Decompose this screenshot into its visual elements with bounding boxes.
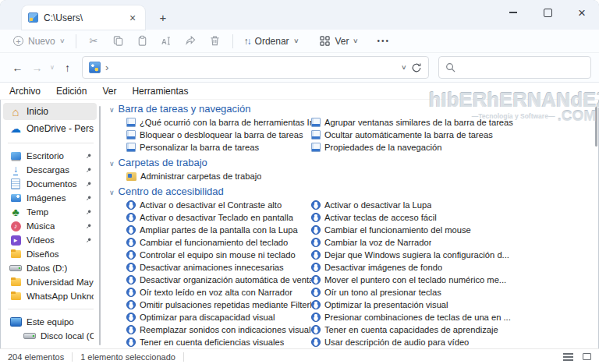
taskbar-window-icon (126, 130, 136, 140)
task-item[interactable]: Personalizar la barra de tareas (126, 141, 311, 154)
sidebar-item[interactable]: Diseños (3, 247, 97, 261)
task-item[interactable]: Mover el puntero con el teclado numérico… (311, 274, 599, 286)
task-item[interactable]: ¿Qué ocurrió con la barra de herramienta… (126, 116, 311, 129)
sidebar-scrollbar[interactable] (99, 106, 101, 345)
sidebar-item[interactable]: Documentos (3, 177, 97, 191)
sidebar-item[interactable]: Datos (D:) (3, 261, 97, 275)
task-item[interactable]: Tener en cuenta deficiencias visuales (126, 336, 311, 348)
pin-icon[interactable] (85, 153, 94, 160)
task-item[interactable]: Optimizar la presentación visual (311, 299, 599, 311)
task-item[interactable]: Ampliar partes de la pantalla con la Lup… (126, 224, 311, 236)
refresh-icon[interactable] (411, 62, 422, 73)
section-header-taskbar[interactable]: Barra de tareas y navegación (109, 101, 599, 115)
address-dropdown-icon[interactable] (401, 64, 407, 71)
sidebar-item[interactable]: OneDrive - Person (3, 120, 97, 137)
menu-bar: Archivo Edición Ver Herramientas (0, 83, 599, 100)
task-item[interactable]: Agrupar ventanas similares de la barra d… (311, 116, 599, 129)
task-item[interactable]: Cambiar la voz de Narrador (311, 236, 599, 249)
back-button[interactable] (8, 58, 27, 77)
task-item-label: Cambiar el funcionamiento del mouse (324, 225, 471, 235)
sidebar-item[interactable]: Este equipo (3, 315, 97, 329)
maximize-button[interactable] (530, 0, 565, 25)
sidebar-item[interactable]: WhatsApp Unkno (3, 289, 97, 303)
sidebar-item[interactable]: Imágenes (3, 191, 97, 205)
pin-icon[interactable] (85, 223, 94, 230)
sidebar-item[interactable]: Disco local (C:) (3, 329, 97, 343)
menu-item[interactable]: Archivo (2, 86, 48, 97)
task-item[interactable]: Oír texto leído en voz alta con Narrador (126, 286, 311, 299)
details-view-icon[interactable] (563, 353, 573, 361)
task-item[interactable]: Ocultar automáticamente la barra de tare… (311, 129, 599, 141)
sort-button[interactable]: Ordenar (239, 34, 304, 49)
task-item[interactable]: Tener en cuenta capacidades de aprendiza… (311, 323, 599, 336)
search-input[interactable] (460, 62, 584, 74)
sidebar-item[interactable]: Universidad Maya (3, 275, 97, 289)
menu-item[interactable]: Herramientas (124, 86, 196, 97)
task-item[interactable]: Reemplazar sonidos con indicaciones visu… (126, 323, 311, 336)
task-item[interactable]: Propiedades de la navegación (311, 141, 599, 154)
copy-button[interactable] (106, 32, 130, 51)
up-button[interactable] (58, 58, 77, 77)
task-item[interactable]: Administrar carpetas de trabajo (126, 170, 311, 182)
task-item[interactable]: Activar o desactivar el Contraste alto (126, 199, 311, 211)
task-item[interactable]: Optimizar para discapacidad visual (126, 311, 311, 323)
paste-button[interactable] (130, 32, 154, 51)
sidebar-item[interactable]: Música (3, 219, 97, 233)
large-thumbnails-view-icon[interactable] (583, 353, 591, 360)
task-item[interactable]: Presionar combinaciones de teclas de una… (311, 311, 599, 323)
sidebar-item[interactable]: Escritorio (3, 149, 97, 163)
rename-button[interactable] (154, 32, 179, 51)
status-bar: 204 elementos 1 elemento seleccionado (0, 348, 599, 364)
task-item[interactable]: Dejar que Windows sugiera la configuraci… (311, 249, 599, 261)
recent-locations-button[interactable] (47, 58, 58, 77)
address-bar[interactable] (82, 56, 429, 79)
task-item[interactable]: Controlar el equipo sin mouse ni teclado (126, 249, 311, 261)
toolbar-divider (232, 34, 233, 48)
pin-icon[interactable] (85, 209, 94, 216)
tab-close-icon[interactable] (126, 12, 139, 24)
task-item[interactable]: Bloquear o desbloquear la barra de tarea… (126, 129, 311, 141)
task-item[interactable]: Activar o desactivar la Lupa (311, 199, 599, 211)
tab-c-users[interactable]: C:\Users\ (22, 5, 145, 30)
sidebar-item[interactable]: Inicio (3, 103, 97, 120)
close-button[interactable] (565, 0, 599, 25)
task-item[interactable]: Activar teclas de acceso fácil (311, 211, 599, 224)
sidebar-item[interactable]: Vídeos (3, 233, 97, 247)
sidebar-item[interactable]: Descargas (3, 163, 97, 177)
new-tab-button[interactable] (156, 10, 170, 24)
forward-button[interactable] (27, 58, 47, 77)
pin-icon[interactable] (85, 181, 94, 188)
share-button[interactable] (179, 32, 203, 51)
accessibility-icon (126, 238, 136, 247)
task-item[interactable]: Desactivar animaciones innecesarias (126, 261, 311, 274)
sidebar-item[interactable]: Temp (3, 205, 97, 219)
task-item-label: Oír un tono al presionar teclas (324, 288, 441, 297)
section-header-accessibility[interactable]: Centro de accesibilidad (109, 184, 599, 198)
task-item-label: Bloquear o desbloquear la barra de tarea… (140, 130, 303, 140)
task-item[interactable]: Activar o desactivar Teclado en pantalla (126, 211, 311, 224)
sidebar-item-label: OneDrive - Person (27, 123, 94, 134)
minimize-button[interactable] (496, 0, 530, 25)
task-item[interactable]: Desactivar organización automática de ve… (126, 274, 311, 286)
task-item[interactable]: Cambiar el funcionamiento del teclado (126, 236, 311, 249)
more-options-button[interactable] (371, 32, 395, 51)
content-scrollbar[interactable] (595, 106, 597, 147)
task-item[interactable]: Usar descripción de audio para vídeo (311, 336, 599, 348)
view-button[interactable]: Ver (314, 34, 363, 49)
section-header-workfolders[interactable]: Carpetas de trabajo (109, 155, 599, 169)
menu-item[interactable]: Edición (48, 86, 94, 97)
chevron-down-icon (109, 157, 115, 168)
task-item[interactable]: Desactivar imágenes de fondo (311, 261, 599, 274)
pin-icon[interactable] (85, 195, 94, 202)
pin-icon[interactable] (85, 237, 94, 244)
task-item[interactable]: Omitir pulsaciones repetidas mediante Fi… (126, 299, 311, 311)
search-box[interactable] (438, 56, 591, 79)
sidebar-item-icon (9, 290, 22, 302)
new-button[interactable]: Nuevo (8, 34, 70, 49)
task-item[interactable]: Cambiar el funcionamiento del mouse (311, 224, 599, 236)
cut-button[interactable] (82, 32, 106, 51)
pin-icon[interactable] (85, 167, 94, 174)
task-item[interactable]: Oír un tono al presionar teclas (311, 286, 599, 299)
menu-item[interactable]: Ver (94, 86, 124, 97)
delete-button[interactable] (203, 32, 227, 51)
